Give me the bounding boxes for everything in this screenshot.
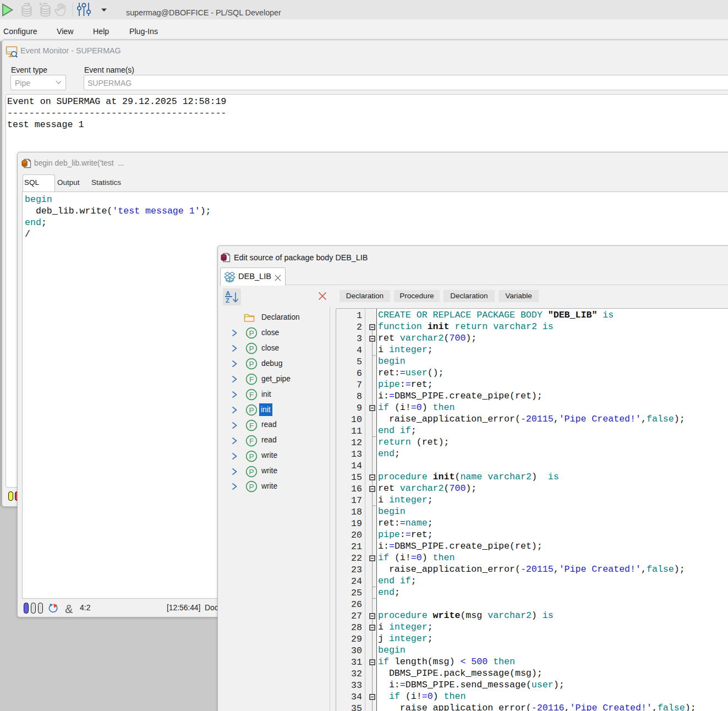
svg-text:P: P	[249, 360, 254, 368]
svg-text:P: P	[249, 406, 254, 414]
svg-text:F: F	[249, 375, 254, 384]
svg-text:P: P	[249, 483, 254, 491]
svg-text:P: P	[249, 344, 254, 353]
svg-text:F: F	[249, 422, 254, 430]
svg-text:P: P	[249, 467, 254, 475]
svg-text:P: P	[249, 329, 254, 337]
svg-text:F: F	[249, 436, 254, 445]
svg-text:F: F	[249, 391, 254, 399]
svg-text:P: P	[249, 452, 254, 460]
